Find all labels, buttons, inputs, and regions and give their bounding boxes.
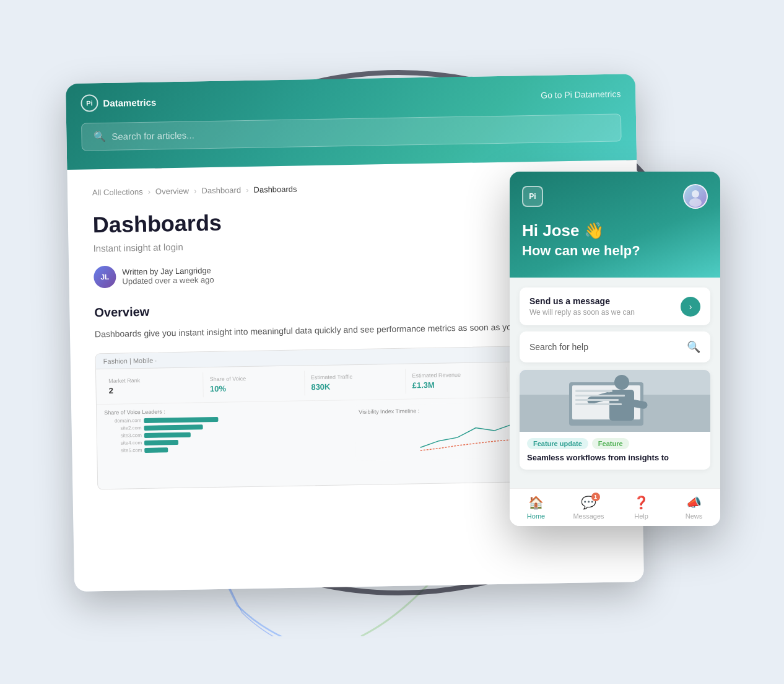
chat-greeting: Hi Jose 👋 How can we help? [522,221,708,259]
author-text: Written by Jay Langridge Updated over a … [122,266,214,286]
nav-item-help[interactable]: ❓ Help [615,489,668,526]
search-help-text: Search for help [529,342,588,352]
dash-chart-sov: Share of Voice Leaders : domain.com site… [104,406,351,466]
browser-header: Pi Datametrics Go to Pi Datametrics 🔍 [66,74,637,170]
svg-point-8 [614,375,629,390]
nav-item-news[interactable]: 📣 News [668,489,720,526]
send-message-arrow[interactable]: › [681,297,700,317]
author-updated: Updated over a week ago [122,275,214,286]
svg-rect-14 [575,399,619,401]
svg-rect-15 [575,403,622,405]
nav-news-label: News [686,512,703,520]
dash-metric-sov: Share of Voice 10% [204,371,305,398]
send-message-text: Send us a message We will reply as soon … [529,296,635,317]
nav-home-label: Home [527,512,545,520]
nav-help-label: Help [634,512,648,520]
nav-item-messages[interactable]: 💬 1 Messages [562,489,615,526]
brand-logo: Pi Datametrics [81,94,156,112]
logo-text: Pi [86,99,93,107]
search-icon: 🔍 [93,131,105,142]
breadcrumb-all-collections[interactable]: All Collections [92,187,143,197]
breadcrumb-sep-2: › [194,186,197,195]
send-message-sub: We will reply as soon as we can [529,308,635,317]
nav-messages-label: Messages [573,512,604,520]
chat-widget: Pi [510,172,720,526]
svg-point-3 [689,198,702,207]
feature-tags: Feature update Feature [520,432,710,453]
dash-metric-revenue: Estimated Revenue £1.3M [407,367,507,394]
feature-image [520,370,710,432]
chat-header-top: Pi [522,184,708,209]
svg-rect-13 [575,395,625,397]
breadcrumb-dashboards: Dashboards [253,185,297,195]
chat-greeting-name: Hi Jose 👋 [522,221,708,240]
send-message-title: Send us a message [529,296,635,306]
svg-rect-12 [575,390,612,392]
breadcrumb-overview[interactable]: Overview [155,186,189,196]
browser-nav: Pi Datametrics Go to Pi Datametrics [81,85,621,112]
breadcrumb-sep-1: › [148,187,151,196]
breadcrumb-sep-3: › [246,185,249,195]
feature-card[interactable]: Feature update Feature Seamless workflow… [520,370,710,470]
feature-title: Seamless workflows from insights to [520,453,710,470]
search-help-card[interactable]: Search for help 🔍 [520,331,710,362]
chat-user-avatar[interactable] [683,184,708,209]
logo-icon: Pi [81,94,98,112]
brand-name: Datametrics [103,97,156,108]
svg-point-2 [692,190,699,198]
messages-badge: 1 [591,493,600,501]
nav-item-home[interactable]: 🏠 Home [510,489,562,526]
feature-tag-feature: Feature [592,438,629,449]
chat-bottom-nav: 🏠 Home 💬 1 Messages ❓ Help 📣 News [510,488,720,526]
breadcrumb-dashboard[interactable]: Dashboard [201,185,241,195]
search-help-icon: 🔍 [687,340,700,354]
search-input[interactable] [111,123,609,142]
help-icon: ❓ [634,495,649,510]
dash-metric-traffic: Estimated Traffic 830K [306,369,406,396]
dash-header-text: Fashion | Mobile · [103,357,157,366]
bar-chart: domain.com site2.com site3.com [104,414,351,454]
dash-metric-rank: Market Rank 2 [103,373,204,400]
chat-logo: Pi [522,186,543,207]
chat-body: Send us a message We will reply as soon … [510,278,720,488]
search-bar[interactable]: 🔍 [81,113,622,151]
news-icon: 📣 [686,495,702,510]
chat-logo-text: Pi [529,192,536,201]
home-icon: 🏠 [528,495,544,510]
chat-greeting-sub: How can we help? [522,243,708,259]
feature-tag-update: Feature update [527,438,588,449]
send-message-card[interactable]: Send us a message We will reply as soon … [520,287,710,325]
nav-link[interactable]: Go to Pi Datametrics [541,89,621,100]
author-avatar: JL [94,266,116,289]
chat-header: Pi [510,172,720,278]
